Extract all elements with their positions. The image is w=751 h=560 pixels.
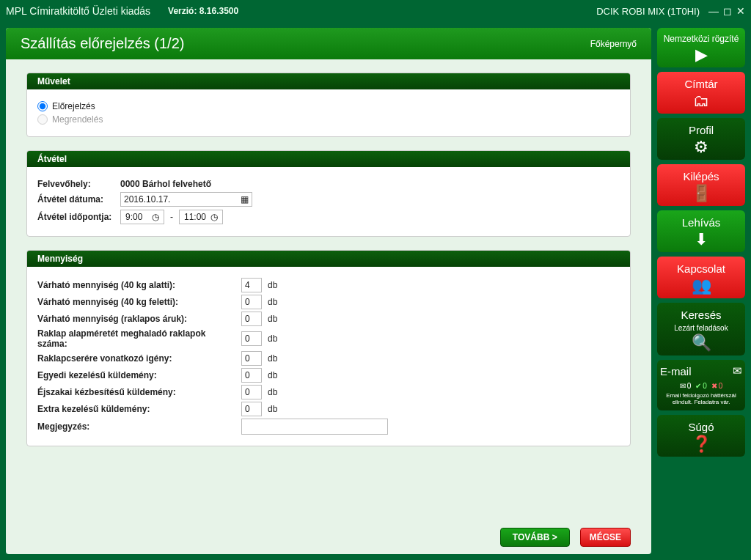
close-icon[interactable]: ✕ <box>736 5 745 17</box>
sidebar-label: Súgó <box>688 421 714 433</box>
email-counts: ✉0 ✔0 ✖0 <box>680 382 723 390</box>
sidebar-cimtar[interactable]: Címtár 🗂 <box>657 72 745 114</box>
radio-megrendeles: Megrendelés <box>37 114 620 125</box>
qty-row: Extra kezelésű küldemény:0db <box>37 402 620 416</box>
calendar-icon[interactable]: ▦ <box>241 194 249 205</box>
qty-label: Raklap alapméretét meghaladó raklapok sz… <box>37 328 235 349</box>
qty-label: Várható mennyiség (40 kg alatti): <box>37 280 235 290</box>
sidebar-kereses[interactable]: Keresés Lezárt feladások 🔍 <box>657 303 745 355</box>
qty-input[interactable]: 0 <box>241 295 262 309</box>
x-icon: ✖ <box>711 382 717 390</box>
panel-header: Mennyiség <box>27 251 630 267</box>
qty-unit: db <box>268 314 285 324</box>
qty-unit: db <box>268 334 285 344</box>
help-icon: ❓ <box>692 436 711 452</box>
sidebar: Nemzetközi rögzíté ▶ Címtár 🗂 Profil ⚙ K… <box>657 28 745 554</box>
qty-row: Várható mennyiség (40 kg alatti):4db <box>37 278 620 292</box>
sidebar-lehivas[interactable]: Lehívás ⬇ <box>657 210 745 252</box>
sidebar-label: Címtár <box>685 78 718 90</box>
mail-icon: ✉ <box>680 382 686 390</box>
sidebar-email[interactable]: E-mail ✉ ✉0 ✔0 ✖0 Email feldolgozó hátté… <box>657 360 745 410</box>
pickup-label: Felvevőhely: <box>37 179 114 189</box>
sidebar-kilepes[interactable]: Kilépés 🚪 <box>657 164 745 206</box>
panel-mennyiseg: Mennyiség Várható mennyiség (40 kg alatt… <box>26 250 631 446</box>
sidebar-intl[interactable]: Nemzetközi rögzíté ▶ <box>657 28 745 67</box>
exit-icon: 🚪 <box>692 185 711 202</box>
time-separator: - <box>170 212 173 222</box>
sidebar-sugo[interactable]: Súgó ❓ <box>657 415 745 457</box>
clock-icon: ◷ <box>152 212 159 222</box>
cancel-button[interactable]: MÉGSE <box>580 528 631 547</box>
sidebar-label: Keresés <box>681 309 721 321</box>
search-icon: 🔍 <box>692 335 711 351</box>
sidebar-label: Lehívás <box>682 216 721 229</box>
qty-unit: db <box>268 297 285 307</box>
home-link[interactable]: Főképernyő <box>590 39 637 49</box>
qty-label: Éjszakai kézbesítésű küldemény: <box>37 387 235 397</box>
qty-row: Várható mennyiség (raklapos áruk):0db <box>37 312 620 326</box>
time-to-input[interactable]: 11:00 ◷ <box>179 210 223 224</box>
titlebar: MPL Címiratkitöltő Üzleti kiadás Verzió:… <box>0 0 751 22</box>
gear-icon: ⚙ <box>694 139 708 155</box>
radio-elorejelzes[interactable]: Előrejelzés <box>37 101 620 111</box>
date-value: 2016.10.17. <box>124 194 170 205</box>
qty-row: Éjszakai kézbesítésű küldemény:0db <box>37 385 620 399</box>
qty-row: Várható mennyiség (40 kg feletti):0db <box>37 295 620 309</box>
qty-unit: db <box>268 404 285 414</box>
panel-atvetel: Átvétel Felvevőhely: 0000 Bárhol felvehe… <box>26 150 631 237</box>
qty-row: Egyedi kezelésű küldemény:0db <box>37 368 620 383</box>
check-icon: ✔ <box>695 382 701 390</box>
next-button[interactable]: TOVÁBB > <box>500 528 570 547</box>
qty-input[interactable]: 0 <box>241 368 262 383</box>
sidebar-label: E-mail <box>660 365 692 377</box>
minimize-icon[interactable]: — <box>708 5 719 17</box>
panel-header: Átvétel <box>27 151 630 167</box>
qty-row: Raklapcserére vonatkozó igény:0db <box>37 351 620 366</box>
mail-icon: ✉ <box>733 364 742 377</box>
sidebar-label: Profil <box>689 124 714 136</box>
play-icon: ▶ <box>695 47 708 63</box>
qty-label: Várható mennyiség (40 kg feletti): <box>37 297 235 307</box>
qty-input[interactable]: 0 <box>241 351 262 366</box>
addressbook-icon: 🗂 <box>693 93 709 109</box>
qty-input[interactable]: 4 <box>241 278 262 292</box>
qty-unit: db <box>268 280 285 290</box>
maximize-icon[interactable]: ◻ <box>723 5 732 17</box>
time-label: Átvétel időpontja: <box>37 212 114 222</box>
qty-label: Extra kezelésű küldemény: <box>37 404 235 414</box>
qty-input[interactable]: 0 <box>241 402 262 416</box>
user-label: DCIK ROBI MIX (1T0HI) <box>596 6 700 17</box>
version-label: Verzió: 8.16.3500 <box>168 6 238 16</box>
sidebar-label: Kapcsolat <box>677 262 725 275</box>
note-input[interactable] <box>241 419 388 435</box>
sidebar-profil[interactable]: Profil ⚙ <box>657 118 745 160</box>
panel-header: Művelet <box>27 73 630 89</box>
sidebar-sublabel: Lezárt feladások <box>674 324 728 332</box>
qty-input[interactable]: 0 <box>241 331 262 346</box>
date-input[interactable]: 2016.10.17. ▦ <box>120 192 252 207</box>
qty-label: Egyedi kezelésű küldemény: <box>37 370 235 380</box>
note-row: Megjegyzés: <box>37 419 620 435</box>
page-title: Szállítás előrejelzés (1/2) <box>21 35 184 52</box>
download-icon: ⬇ <box>695 232 708 248</box>
qty-unit: db <box>268 353 285 364</box>
qty-row: Raklap alapméretét meghaladó raklapok sz… <box>37 328 620 349</box>
sidebar-kapcsolat[interactable]: Kapcsolat 👥 <box>657 257 745 298</box>
content-panel: Szállítás előrejelzés (1/2) Főképernyő M… <box>6 28 651 554</box>
radio-label: Megrendelés <box>52 114 103 125</box>
qty-label: Raklapcserére vonatkozó igény: <box>37 353 235 364</box>
sidebar-label: Kilépés <box>683 170 719 183</box>
qty-input[interactable]: 0 <box>241 385 262 399</box>
clock-icon: ◷ <box>210 212 218 222</box>
panel-muvelet: Művelet Előrejelzés Megrendelés <box>26 73 631 137</box>
qty-input[interactable]: 0 <box>241 312 262 326</box>
note-label: Megjegyzés: <box>37 421 235 432</box>
radio-input <box>37 114 48 125</box>
time-from-value: 9:00 <box>125 212 142 222</box>
date-label: Átvétel dátuma: <box>37 194 114 205</box>
app-title: MPL Címiratkitöltő Üzleti kiadás <box>6 5 150 17</box>
time-from-input[interactable]: 9:00 ◷ <box>120 210 164 224</box>
contacts-icon: 👥 <box>692 278 711 294</box>
pickup-value: 0000 Bárhol felvehető <box>120 179 211 189</box>
radio-input[interactable] <box>37 101 48 111</box>
